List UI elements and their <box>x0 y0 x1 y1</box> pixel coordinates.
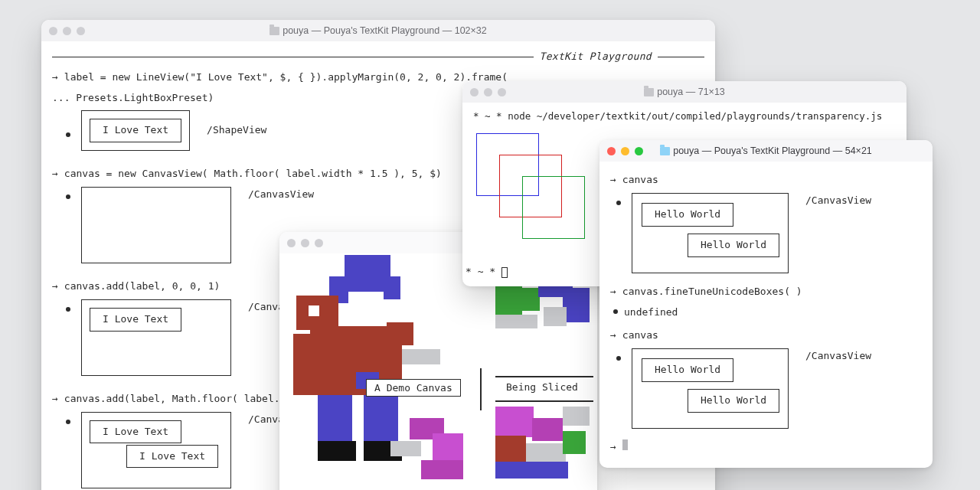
bullet-icon <box>66 420 70 424</box>
label-ilove: I Love Text <box>90 119 181 142</box>
repl-line: ... Presets.LightBoxPreset) <box>52 90 214 106</box>
repl-line: canvas.add(label, Math.floor( label. <box>64 391 280 407</box>
label-ilove: I Love Text <box>126 445 218 469</box>
canvasview-with-label: I Love Text <box>81 299 231 376</box>
folder-icon <box>644 88 654 96</box>
repl-line: canvas.add(label, 0, 0, 1) <box>64 279 220 295</box>
cursor-icon <box>501 267 508 278</box>
titlebar-main[interactable]: pouya — Pouya's TextKit Playground — 102… <box>41 20 715 41</box>
label-hello: Hello World <box>642 358 733 382</box>
bullet-icon <box>616 201 621 205</box>
canvasview-hello-tuned: Hello World Hello World <box>632 348 789 429</box>
canvasview-empty <box>81 187 231 263</box>
repl-line: label = new LineView("I Love Text", $, {… <box>64 70 508 86</box>
being-sliced-label: Being Sliced <box>506 381 578 393</box>
canvasview-hello: Hello World Hello World <box>632 193 789 273</box>
canvasview-two-labels: I Love Text I Love Text <box>81 412 231 488</box>
prompt: * ~ * <box>466 266 495 277</box>
folder-icon <box>270 27 279 35</box>
window-right-playground: pouya — Pouya's TextKit Playground — 54×… <box>599 140 933 468</box>
traffic-close-icon[interactable] <box>287 239 296 247</box>
folder-icon <box>660 147 670 155</box>
canvasview-tag: /CanvasView <box>805 193 871 209</box>
bullet-icon <box>616 356 621 361</box>
window-title: pouya — Pouya's TextKit Playground — 54×… <box>673 145 872 156</box>
titlebar-transparency[interactable]: pouya — 71×13 <box>462 81 906 103</box>
repl-line: canvas = new CanvasView( Math.floor( lab… <box>64 166 442 182</box>
repl-heading: TextKit Playground <box>540 49 652 65</box>
bullet-icon <box>66 307 70 312</box>
shapeview-box: I Love Text <box>81 110 190 151</box>
square-green <box>522 176 585 239</box>
repl-line: canvas <box>622 172 658 188</box>
window-title: pouya — 71×13 <box>657 87 725 97</box>
label-hello: Hello World <box>642 203 733 227</box>
bullet-icon <box>66 132 70 137</box>
pixel-canvas: A Demo Canvas Being Sliced <box>279 253 597 490</box>
repl-line: canvas <box>622 328 658 344</box>
repl-line: canvas.fineTuneUnicodeBoxes( ) <box>622 284 802 300</box>
demo-canvas-label: A Demo Canvas <box>366 379 461 397</box>
canvasview-tag: /CanvasView <box>248 187 314 203</box>
repl-line: * ~ * node ~/developer/textkit/out/compi… <box>473 109 896 124</box>
bullet-icon <box>66 194 70 199</box>
titlebar-right[interactable]: pouya — Pouya's TextKit Playground — 54×… <box>599 140 933 162</box>
cursor-icon <box>622 439 628 450</box>
repl-output: undefined <box>624 305 678 321</box>
window-title: pouya — Pouya's TextKit Playground — 102… <box>283 25 487 36</box>
label-hello: Hello World <box>688 389 779 413</box>
traffic-min-icon[interactable] <box>301 239 309 247</box>
bullet-icon <box>613 309 618 314</box>
shapeview-tag: /ShapeView <box>207 122 266 139</box>
canvasview-tag: /CanvasView <box>805 348 871 364</box>
label-hello: Hello World <box>688 234 779 257</box>
traffic-max-icon[interactable] <box>315 239 323 247</box>
prompt-arrow: → <box>610 439 616 456</box>
terminal-right-content[interactable]: → canvas Hello World Hello World /Canvas… <box>599 162 933 468</box>
label-ilove: I Love Text <box>90 420 181 444</box>
label-ilove: I Love Text <box>90 308 181 332</box>
